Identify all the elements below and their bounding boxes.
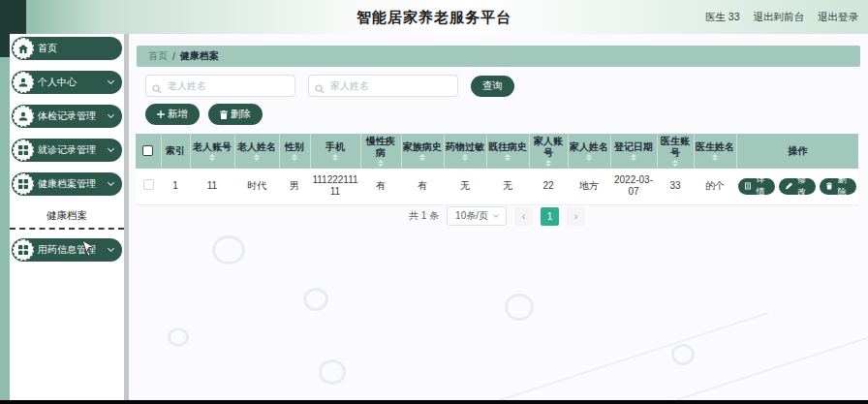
current-page-button[interactable]: 1: [541, 207, 559, 226]
col-header-phone[interactable]: 手机: [310, 134, 360, 169]
watermark-bubble: [303, 288, 328, 311]
sort-caret-icon[interactable]: [462, 154, 468, 161]
sort-caret-icon[interactable]: [505, 154, 511, 161]
prev-page-button[interactable]: ‹: [514, 207, 533, 226]
sort-caret-icon[interactable]: [332, 154, 338, 161]
row-checkbox[interactable]: [143, 179, 154, 190]
breadcrumb: 首页 / 健康档案: [137, 46, 860, 67]
sidebar: 首页 个人中心 体检记录管理 就诊记录管理: [10, 34, 124, 404]
row-select-cell[interactable]: [136, 169, 161, 204]
trash-icon: [220, 110, 228, 119]
sidebar-item-label: 就诊记录管理: [38, 143, 108, 157]
top-header: 智能居家养老服务平台 医生 33 退出到前台 退出登录: [0, 0, 868, 34]
page-size-select[interactable]: 10条/页: [447, 206, 507, 226]
main-content: 首页 / 健康档案 查询: [129, 34, 868, 404]
row-delete-button-label: 删除: [834, 173, 850, 199]
add-button[interactable]: 新增: [145, 104, 200, 125]
row-delete-button[interactable]: 删除: [820, 178, 856, 195]
search-row: 查询: [145, 75, 514, 97]
sort-caret-icon[interactable]: [292, 154, 297, 161]
sort-caret-icon[interactable]: [209, 154, 215, 161]
search-icon: [315, 80, 325, 98]
edit-button-label: 修改: [794, 173, 810, 199]
page-size-value: 10条/页: [455, 209, 488, 223]
grid-icon: [14, 240, 33, 260]
chevron-down-icon: [493, 212, 499, 218]
logout-front-link[interactable]: 退出到前台: [754, 11, 805, 24]
left-strip-dark: [0, 34, 10, 57]
sidebar-item-visit-records[interactable]: 就诊记录管理: [12, 139, 122, 162]
col-header-family-name[interactable]: 家人姓名: [568, 134, 610, 169]
logout-link[interactable]: 退出登录: [818, 11, 858, 24]
cell-drug-allergy: 无: [444, 169, 486, 204]
sidebar-item-label: 体检记录管理: [38, 109, 108, 123]
search-icon: [152, 80, 162, 98]
col-header-doctor-name[interactable]: 医生姓名: [694, 134, 736, 169]
sidebar-item-home[interactable]: 首页: [12, 37, 122, 60]
sidebar-subitem-health-archive[interactable]: 健康档案: [10, 206, 124, 224]
breadcrumb-current: 健康档案: [180, 49, 219, 63]
breadcrumb-home[interactable]: 首页: [148, 49, 168, 63]
toolbar: 新增 删除: [145, 104, 263, 125]
col-header-gender[interactable]: 性别: [279, 134, 310, 169]
col-header-register-date[interactable]: 登记日期: [610, 134, 657, 169]
select-all-checkbox[interactable]: [142, 145, 153, 156]
next-page-button[interactable]: ›: [567, 207, 585, 226]
cell-doctor-name: 的个: [694, 169, 736, 204]
sidebar-item-checkup-records[interactable]: 体检记录管理: [12, 105, 122, 128]
delete-button[interactable]: 删除: [208, 104, 263, 125]
add-button-label: 新增: [168, 108, 188, 121]
detail-button-label: 详情: [753, 173, 768, 199]
sort-caret-icon[interactable]: [545, 160, 551, 167]
sort-caret-icon[interactable]: [672, 160, 678, 167]
col-header-actions: 操作: [736, 134, 858, 169]
col-header-elder-account[interactable]: 老人账号: [190, 134, 234, 169]
trash-icon: [826, 182, 832, 190]
sidebar-item-label: 个人中心: [38, 76, 108, 89]
edit-button[interactable]: 修改: [779, 178, 817, 195]
sidebar-item-personal-center[interactable]: 个人中心: [12, 71, 122, 94]
detail-button[interactable]: 详情: [738, 178, 775, 195]
sort-caret-icon[interactable]: [419, 154, 425, 161]
sort-caret-icon[interactable]: [631, 154, 636, 161]
query-button[interactable]: 查询: [471, 76, 514, 97]
watermark-bubble: [212, 235, 245, 264]
select-all-header[interactable]: [136, 134, 161, 169]
cell-register-date: 2022-03-07: [610, 169, 657, 204]
col-header-chronic[interactable]: 慢性疾病: [360, 134, 401, 169]
header-right: 医生 33 退出到前台 退出登录: [705, 0, 858, 34]
chevron-down-icon: [108, 111, 114, 118]
table-row: 1 11 时代 男 11122211111 有 有 无 无 22 地方 2022…: [136, 169, 858, 204]
sidebar-item-label: 首页: [38, 42, 122, 55]
sort-caret-icon[interactable]: [712, 154, 718, 161]
chevron-down-icon: [108, 78, 114, 84]
col-header-drug-allergy[interactable]: 药物过敏: [444, 134, 486, 169]
sidebar-item-health-archive-mgmt[interactable]: 健康档案管理: [12, 172, 122, 196]
col-header-family-account[interactable]: 家人账号: [529, 134, 568, 169]
pagination-total: 共 1 条: [409, 209, 439, 223]
table-header-row: 索引 老人账号 老人姓名 性别 手机 慢性疾病 家族病史 药物过敏 既往病史 家…: [136, 134, 858, 169]
bottom-bar: [0, 400, 868, 404]
col-header-past-history[interactable]: 既往病史: [486, 134, 529, 169]
elder-name-search: [145, 75, 295, 97]
left-strip: [0, 34, 10, 404]
user-icon: [14, 107, 33, 126]
sort-caret-icon[interactable]: [378, 160, 384, 167]
sort-caret-icon[interactable]: [254, 154, 260, 161]
plus-icon: [157, 110, 165, 118]
watermark-bubble: [505, 294, 534, 321]
sidebar-item-label: 用药信息管理: [38, 243, 108, 257]
col-header-doctor-account[interactable]: 医生账号: [657, 134, 694, 169]
user-icon: [14, 73, 33, 92]
family-name-input[interactable]: [308, 75, 458, 97]
sort-caret-icon[interactable]: [586, 154, 592, 161]
elder-name-input[interactable]: [145, 75, 295, 97]
document-icon: [745, 182, 751, 190]
sidebar-item-medication-info[interactable]: 用药信息管理: [12, 238, 122, 262]
cell-family-name: 地方: [568, 169, 610, 204]
chevron-down-icon: [108, 245, 114, 252]
col-header-family-history[interactable]: 家族病史: [401, 134, 444, 169]
col-header-elder-name[interactable]: 老人姓名: [234, 134, 279, 169]
mouse-cursor: [81, 239, 95, 261]
cell-actions: 详情 修改 删除: [736, 169, 858, 204]
